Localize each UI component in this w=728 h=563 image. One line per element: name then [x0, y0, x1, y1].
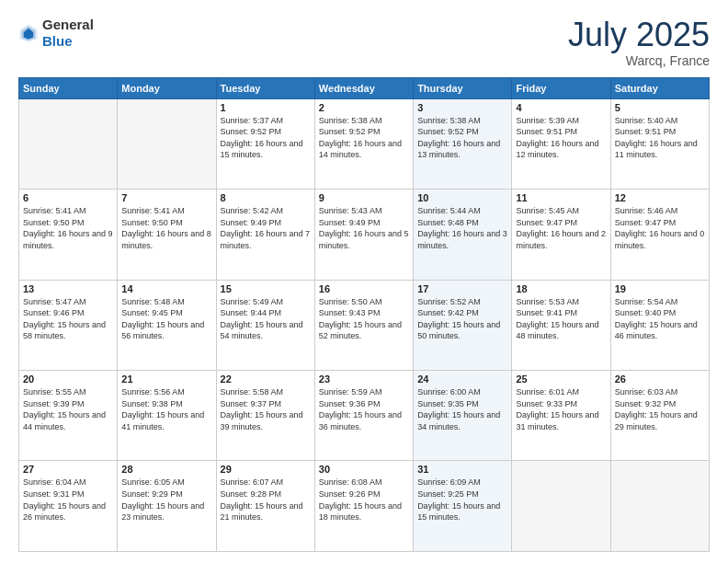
calendar-cell: 6Sunrise: 5:41 AMSunset: 9:50 PMDaylight…	[19, 190, 118, 280]
calendar-cell: 1Sunrise: 5:37 AMSunset: 9:52 PMDaylight…	[216, 98, 314, 189]
weekday-header-row: SundayMondayTuesdayWednesdayThursdayFrid…	[19, 77, 710, 98]
day-info: Sunrise: 5:48 AMSunset: 9:45 PMDaylight:…	[121, 297, 204, 341]
logo-blue: Blue	[42, 33, 73, 49]
day-info: Sunrise: 5:41 AMSunset: 9:50 PMDaylight:…	[23, 206, 113, 250]
calendar-cell: 29Sunrise: 6:07 AMSunset: 9:28 PMDayligh…	[216, 461, 314, 552]
day-number: 12	[615, 192, 705, 203]
weekday-thursday: Thursday	[414, 77, 512, 98]
day-info: Sunrise: 5:45 AMSunset: 9:47 PMDaylight:…	[516, 206, 606, 250]
day-number: 18	[516, 283, 606, 294]
day-number: 1	[221, 102, 311, 113]
day-number: 20	[23, 373, 113, 385]
day-number: 27	[23, 464, 113, 475]
calendar-cell: 24Sunrise: 6:00 AMSunset: 9:35 PMDayligh…	[414, 371, 512, 461]
calendar-cell	[512, 461, 610, 552]
calendar-cell: 27Sunrise: 6:04 AMSunset: 9:31 PMDayligh…	[19, 461, 118, 552]
day-info: Sunrise: 5:44 AMSunset: 9:48 PMDaylight:…	[417, 206, 507, 250]
weekday-monday: Monday	[118, 77, 216, 98]
calendar-cell: 2Sunrise: 5:38 AMSunset: 9:52 PMDaylight…	[314, 98, 413, 189]
calendar-cell: 22Sunrise: 5:58 AMSunset: 9:37 PMDayligh…	[216, 371, 314, 461]
day-number: 7	[121, 192, 211, 203]
week-row-1: 6Sunrise: 5:41 AMSunset: 9:50 PMDaylight…	[19, 190, 710, 280]
day-info: Sunrise: 5:38 AMSunset: 9:52 PMDaylight:…	[417, 116, 500, 160]
day-info: Sunrise: 5:47 AMSunset: 9:46 PMDaylight:…	[23, 297, 106, 341]
day-number: 13	[23, 283, 113, 294]
calendar-cell: 3Sunrise: 5:38 AMSunset: 9:52 PMDaylight…	[414, 98, 512, 189]
calendar-cell: 11Sunrise: 5:45 AMSunset: 9:47 PMDayligh…	[512, 190, 610, 280]
day-number: 28	[121, 464, 211, 475]
day-number: 9	[319, 192, 409, 203]
day-info: Sunrise: 6:01 AMSunset: 9:33 PMDaylight:…	[516, 387, 598, 431]
calendar-cell: 28Sunrise: 6:05 AMSunset: 9:29 PMDayligh…	[118, 461, 216, 552]
day-info: Sunrise: 6:00 AMSunset: 9:35 PMDaylight:…	[417, 387, 500, 431]
day-number: 25	[516, 373, 606, 385]
day-info: Sunrise: 6:05 AMSunset: 9:29 PMDaylight:…	[121, 477, 204, 522]
day-info: Sunrise: 6:03 AMSunset: 9:32 PMDaylight:…	[615, 387, 698, 431]
weekday-wednesday: Wednesday	[314, 77, 413, 98]
calendar-title: July 2025	[568, 17, 710, 53]
day-number: 11	[516, 192, 606, 203]
weekday-sunday: Sunday	[19, 77, 118, 98]
weekday-tuesday: Tuesday	[216, 77, 314, 98]
day-number: 21	[121, 373, 211, 385]
weekday-saturday: Saturday	[610, 77, 709, 98]
calendar-table: SundayMondayTuesdayWednesdayThursdayFrid…	[18, 77, 710, 552]
day-number: 6	[23, 192, 113, 203]
day-number: 4	[516, 102, 606, 113]
day-number: 5	[615, 102, 705, 113]
week-row-3: 20Sunrise: 5:55 AMSunset: 9:39 PMDayligh…	[19, 371, 710, 461]
calendar-cell: 15Sunrise: 5:49 AMSunset: 9:44 PMDayligh…	[216, 280, 314, 370]
day-info: Sunrise: 6:07 AMSunset: 9:28 PMDaylight:…	[221, 477, 303, 522]
day-info: Sunrise: 6:09 AMSunset: 9:25 PMDaylight:…	[417, 477, 500, 522]
weekday-friday: Friday	[512, 77, 610, 98]
calendar-cell: 21Sunrise: 5:56 AMSunset: 9:38 PMDayligh…	[118, 371, 216, 461]
week-row-2: 13Sunrise: 5:47 AMSunset: 9:46 PMDayligh…	[19, 280, 710, 370]
calendar-cell: 16Sunrise: 5:50 AMSunset: 9:43 PMDayligh…	[314, 280, 413, 370]
day-info: Sunrise: 5:54 AMSunset: 9:40 PMDaylight:…	[615, 297, 698, 341]
calendar-cell: 20Sunrise: 5:55 AMSunset: 9:39 PMDayligh…	[19, 371, 118, 461]
calendar-cell	[610, 461, 709, 552]
day-info: Sunrise: 5:37 AMSunset: 9:52 PMDaylight:…	[221, 116, 303, 160]
day-info: Sunrise: 5:52 AMSunset: 9:42 PMDaylight:…	[417, 297, 500, 341]
day-number: 31	[417, 464, 507, 475]
calendar-cell: 14Sunrise: 5:48 AMSunset: 9:45 PMDayligh…	[118, 280, 216, 370]
logo-text: General Blue	[42, 17, 94, 50]
header: General Blue July 2025 Warcq, France	[18, 17, 710, 68]
calendar-cell: 18Sunrise: 5:53 AMSunset: 9:41 PMDayligh…	[512, 280, 610, 370]
week-row-4: 27Sunrise: 6:04 AMSunset: 9:31 PMDayligh…	[19, 461, 710, 552]
day-info: Sunrise: 6:08 AMSunset: 9:26 PMDaylight:…	[319, 477, 402, 522]
calendar-cell: 31Sunrise: 6:09 AMSunset: 9:25 PMDayligh…	[414, 461, 512, 552]
day-info: Sunrise: 5:38 AMSunset: 9:52 PMDaylight:…	[319, 116, 402, 160]
day-number: 29	[221, 464, 311, 475]
calendar-cell: 26Sunrise: 6:03 AMSunset: 9:32 PMDayligh…	[610, 371, 709, 461]
logo-icon	[18, 23, 39, 43]
calendar-cell	[118, 98, 216, 189]
day-info: Sunrise: 5:50 AMSunset: 9:43 PMDaylight:…	[319, 297, 402, 341]
logo: General Blue	[18, 17, 94, 50]
day-info: Sunrise: 5:39 AMSunset: 9:51 PMDaylight:…	[516, 116, 598, 160]
calendar-cell: 13Sunrise: 5:47 AMSunset: 9:46 PMDayligh…	[19, 280, 118, 370]
day-number: 19	[615, 283, 705, 294]
day-number: 17	[417, 283, 507, 294]
day-info: Sunrise: 6:04 AMSunset: 9:31 PMDaylight:…	[23, 477, 106, 522]
day-number: 2	[319, 102, 409, 113]
day-info: Sunrise: 5:42 AMSunset: 9:49 PMDaylight:…	[221, 206, 311, 250]
calendar-cell: 23Sunrise: 5:59 AMSunset: 9:36 PMDayligh…	[314, 371, 413, 461]
day-number: 23	[319, 373, 409, 385]
day-info: Sunrise: 5:58 AMSunset: 9:37 PMDaylight:…	[221, 387, 303, 431]
day-info: Sunrise: 5:49 AMSunset: 9:44 PMDaylight:…	[221, 297, 303, 341]
day-number: 26	[615, 373, 705, 385]
calendar-cell	[19, 98, 118, 189]
calendar-cell: 7Sunrise: 5:41 AMSunset: 9:50 PMDaylight…	[118, 190, 216, 280]
day-number: 30	[319, 464, 409, 475]
calendar-cell: 10Sunrise: 5:44 AMSunset: 9:48 PMDayligh…	[414, 190, 512, 280]
logo-general: General	[42, 17, 94, 32]
day-info: Sunrise: 5:56 AMSunset: 9:38 PMDaylight:…	[121, 387, 204, 431]
day-info: Sunrise: 5:40 AMSunset: 9:51 PMDaylight:…	[615, 116, 698, 160]
day-number: 8	[221, 192, 311, 203]
calendar-cell: 30Sunrise: 6:08 AMSunset: 9:26 PMDayligh…	[314, 461, 413, 552]
day-info: Sunrise: 5:59 AMSunset: 9:36 PMDaylight:…	[319, 387, 402, 431]
day-number: 15	[221, 283, 311, 294]
calendar-cell: 19Sunrise: 5:54 AMSunset: 9:40 PMDayligh…	[610, 280, 709, 370]
calendar-cell: 5Sunrise: 5:40 AMSunset: 9:51 PMDaylight…	[610, 98, 709, 189]
